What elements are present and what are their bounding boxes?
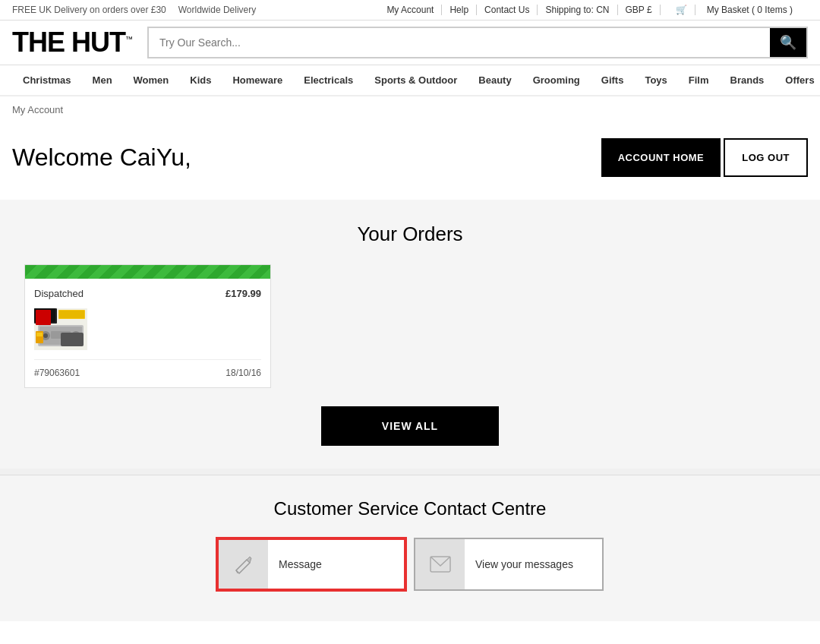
search-icon: 🔍 [780,34,796,51]
cs-card-message-label: Message [268,558,333,570]
basket-icon: 🛒 [668,5,695,15]
order-card[interactable]: Dispatched £179.99 [24,264,271,388]
nav-item-christmas[interactable]: Christmas [12,65,82,95]
order-card-body: Dispatched £179.99 [25,279,270,387]
cs-cards: Message View your messages [12,538,808,591]
welcome-buttons: ACCOUNT HOME LOG OUT [601,138,808,177]
site-logo[interactable]: THE HUT™ [12,29,132,56]
nav-item-homeware[interactable]: Homeware [222,65,293,95]
free-delivery-text: FREE UK Delivery on orders over £30 [12,5,166,15]
nav-item-electricals[interactable]: Electricals [293,65,364,95]
main-nav: Christmas Men Women Kids Homeware Electr… [0,65,820,96]
cs-card-view-messages[interactable]: View your messages [414,538,604,591]
view-all-wrap: VIEW ALL [12,406,808,446]
view-all-button[interactable]: VIEW ALL [321,406,499,446]
svg-rect-11 [51,331,71,339]
svg-point-9 [43,333,48,338]
shipping-link[interactable]: Shipping to: CN [538,5,617,15]
header: THE HUT™ 🔍 [0,21,820,65]
logo-text: THE HUT [12,27,125,58]
svg-rect-13 [36,333,43,336]
utility-bar: FREE UK Delivery on orders over £30 Worl… [0,0,820,21]
lego-svg [34,308,87,350]
order-status: Dispatched [34,288,84,299]
envelope-svg [430,556,451,573]
nav-item-women[interactable]: Women [123,65,180,95]
envelope-icon [415,539,465,589]
logout-button[interactable]: LOG OUT [724,138,808,177]
contact-us-link[interactable]: Contact Us [477,5,538,15]
pencil-icon [219,540,268,589]
nav-item-men[interactable]: Men [82,65,123,95]
svg-point-8 [71,331,80,340]
nav-item-offers[interactable]: Offers [774,65,820,95]
cs-card-message[interactable]: Message [216,538,406,591]
welcome-title: Welcome CaiYu, [12,144,191,172]
nav-item-kids[interactable]: Kids [179,65,222,95]
pencil-svg [233,554,254,575]
welcome-section: Welcome CaiYu, ACCOUNT HOME LOG OUT [0,123,820,200]
search-button[interactable]: 🔍 [770,28,806,57]
nav-item-gifts[interactable]: Gifts [591,65,635,95]
basket-button[interactable]: 🛒 My Basket ( 0 Items ) [661,5,808,15]
logo-tm: ™ [125,35,132,43]
order-footer-row: #79063601 18/10/16 [34,359,261,378]
breadcrumb: My Account [0,96,820,123]
my-account-link[interactable]: My Account [379,5,442,15]
svg-rect-4 [59,311,84,318]
nav-item-toys[interactable]: Toys [634,65,677,95]
order-status-row: Dispatched £179.99 [34,288,261,299]
currency-link[interactable]: GBP £ [618,5,661,15]
search-input[interactable] [149,28,770,57]
cs-card-view-messages-label: View your messages [465,558,584,570]
svg-point-10 [74,333,78,338]
search-bar: 🔍 [147,27,808,58]
nav-item-sports[interactable]: Sports & Outdoor [364,65,468,95]
section-divider [0,469,820,475]
order-number: #79063601 [34,368,80,378]
cs-section-title: Customer Service Contact Centre [12,498,808,519]
nav-item-grooming[interactable]: Grooming [522,65,591,95]
orders-section-title: Your Orders [12,223,808,246]
nav-item-brands[interactable]: Brands [720,65,775,95]
account-home-button[interactable]: ACCOUNT HOME [601,138,721,177]
orders-section: Your Orders Dispatched £179.99 [0,200,820,469]
utility-bar-right: My Account Help Contact Us Shipping to: … [379,5,808,15]
order-card-header [25,265,270,279]
worldwide-delivery-text: Worldwide Delivery [178,5,256,15]
utility-bar-left: FREE UK Delivery on orders over £30 Worl… [12,5,256,15]
customer-service-section: Customer Service Contact Centre Message … [0,475,820,621]
nav-item-film[interactable]: Film [678,65,720,95]
help-link[interactable]: Help [442,5,477,15]
basket-label: My Basket ( 0 Items ) [699,5,800,15]
order-image-area [34,308,261,350]
order-price: £179.99 [226,288,261,299]
order-date: 18/10/16 [226,368,261,378]
svg-rect-2 [34,308,55,322]
order-product-image [34,308,87,350]
nav-item-beauty[interactable]: Beauty [468,65,522,95]
